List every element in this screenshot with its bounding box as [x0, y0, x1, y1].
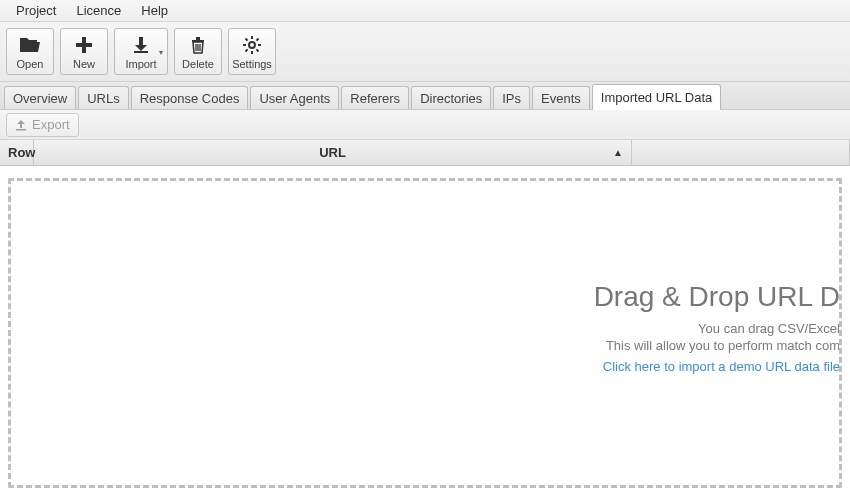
svg-point-9: [249, 42, 255, 48]
content-area: Drag & Drop URL D You can drag CSV/Excel…: [0, 166, 850, 500]
folder-open-icon: [19, 34, 41, 56]
tab-overview[interactable]: Overview: [4, 86, 76, 109]
new-label: New: [73, 58, 95, 70]
open-button[interactable]: Open: [6, 28, 54, 75]
download-icon: [132, 34, 150, 56]
drop-zone[interactable]: Drag & Drop URL D You can drag CSV/Excel…: [8, 178, 842, 488]
svg-rect-19: [16, 129, 26, 131]
menu-project[interactable]: Project: [6, 1, 66, 20]
column-header-url-label: URL: [319, 145, 346, 160]
svg-rect-18: [20, 123, 22, 128]
column-header-extra[interactable]: [632, 140, 850, 165]
delete-label: Delete: [182, 58, 214, 70]
svg-rect-2: [139, 37, 143, 45]
settings-label: Settings: [232, 58, 272, 70]
delete-button[interactable]: Delete: [174, 28, 222, 75]
table-header: Row URL ▲: [0, 140, 850, 166]
open-label: Open: [17, 58, 44, 70]
drop-subtitle-1: You can drag CSV/Excel: [594, 321, 840, 336]
import-button[interactable]: Import ▾: [114, 28, 168, 75]
toolbar: Open New Import ▾: [0, 22, 850, 82]
tab-directories[interactable]: Directories: [411, 86, 491, 109]
export-bar: Export: [0, 110, 850, 140]
svg-rect-1: [76, 43, 92, 47]
export-button[interactable]: Export: [6, 113, 79, 137]
drop-title: Drag & Drop URL D: [594, 281, 840, 313]
svg-line-15: [256, 49, 258, 51]
import-label: Import: [125, 58, 156, 70]
svg-rect-3: [134, 51, 148, 53]
menubar: Project Licence Help: [0, 0, 850, 22]
drop-message: Drag & Drop URL D You can drag CSV/Excel…: [594, 281, 840, 374]
tab-referers[interactable]: Referers: [341, 86, 409, 109]
gear-icon: [243, 34, 261, 56]
trash-icon: [190, 34, 206, 56]
export-label: Export: [32, 117, 70, 132]
chevron-down-icon: ▾: [159, 47, 163, 56]
tab-ips[interactable]: IPs: [493, 86, 530, 109]
svg-line-17: [246, 49, 248, 51]
column-header-row[interactable]: Row: [0, 140, 34, 165]
plus-icon: [75, 34, 93, 56]
tab-user-agents[interactable]: User Agents: [250, 86, 339, 109]
column-header-url[interactable]: URL ▲: [34, 140, 632, 165]
tab-events[interactable]: Events: [532, 86, 590, 109]
tab-imported-url-data[interactable]: Imported URL Data: [592, 84, 722, 109]
tab-response-codes[interactable]: Response Codes: [131, 86, 249, 109]
tab-bar: Overview URLs Response Codes User Agents…: [0, 82, 850, 110]
drop-subtitle-2: This will allow you to perform match com: [594, 338, 840, 353]
svg-rect-5: [196, 37, 200, 40]
settings-button[interactable]: Settings: [228, 28, 276, 75]
sort-ascending-icon: ▲: [613, 147, 623, 158]
menu-licence[interactable]: Licence: [66, 1, 131, 20]
tab-urls[interactable]: URLs: [78, 86, 129, 109]
svg-line-16: [256, 38, 258, 40]
menu-help[interactable]: Help: [131, 1, 178, 20]
svg-line-14: [246, 38, 248, 40]
new-button[interactable]: New: [60, 28, 108, 75]
import-demo-link[interactable]: Click here to import a demo URL data fil…: [594, 359, 840, 374]
upload-icon: [15, 119, 27, 131]
